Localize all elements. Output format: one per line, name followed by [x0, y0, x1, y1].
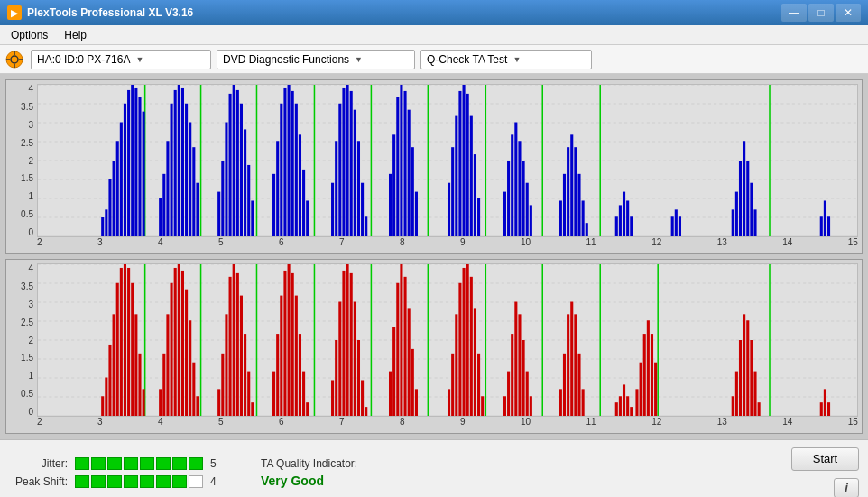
svg-rect-78	[404, 91, 407, 236]
svg-rect-212	[470, 277, 473, 416]
svg-rect-50	[251, 200, 254, 236]
svg-rect-149	[138, 354, 141, 416]
menu-options[interactable]: Options	[4, 27, 55, 43]
svg-rect-52	[272, 174, 275, 236]
svg-rect-23	[127, 90, 130, 236]
svg-rect-61	[306, 200, 309, 236]
svg-rect-249	[743, 314, 745, 416]
svg-rect-29	[159, 198, 162, 236]
svg-rect-183	[302, 372, 305, 416]
maximize-button[interactable]: □	[808, 4, 834, 22]
svg-rect-248	[739, 340, 742, 416]
svg-rect-250	[746, 320, 749, 416]
svg-rect-176	[276, 334, 279, 416]
svg-rect-232	[582, 389, 585, 416]
svg-rect-53	[276, 141, 279, 236]
svg-rect-154	[166, 314, 169, 416]
y-label-05: 0.5	[21, 209, 33, 219]
svg-rect-204	[415, 389, 418, 416]
svg-rect-86	[458, 91, 461, 236]
svg-rect-93	[503, 192, 506, 236]
svg-rect-236	[626, 396, 629, 416]
svg-rect-16	[101, 217, 104, 236]
action-buttons: Start i	[791, 447, 859, 498]
y-label-4: 4	[28, 84, 33, 94]
info-button[interactable]: i	[834, 478, 859, 498]
ta-section: TA Quality Indicator: Very Good	[261, 457, 357, 488]
jitter-seg-7	[172, 457, 187, 470]
svg-rect-94	[507, 161, 510, 236]
svg-rect-198	[392, 327, 395, 416]
metrics-section: Jitter: 5 Peak Shift:	[9, 457, 225, 488]
svg-rect-95	[511, 134, 513, 236]
svg-rect-103	[563, 174, 566, 236]
svg-rect-21	[120, 123, 123, 236]
function-dropdown[interactable]: DVD Diagnostic Functions ▼	[217, 50, 415, 69]
menu-help[interactable]: Help	[57, 27, 94, 43]
bottom-chart-container: 0 0.5 1 1.5 2 2.5 3 3.5 4	[5, 259, 863, 434]
test-dropdown-arrow: ▼	[512, 55, 521, 64]
svg-rect-229	[570, 302, 573, 416]
drive-dropdown[interactable]: HA:0 ID:0 PX-716A ▼	[31, 50, 211, 69]
svg-rect-156	[174, 268, 177, 416]
svg-rect-201	[404, 277, 407, 416]
svg-rect-37	[189, 123, 191, 236]
svg-rect-235	[623, 384, 625, 416]
svg-rect-108	[582, 200, 585, 236]
svg-rect-145	[124, 264, 126, 416]
svg-rect-227	[563, 354, 566, 416]
svg-rect-228	[567, 314, 569, 416]
function-value: DVD Diagnostic Functions	[223, 53, 349, 66]
svg-rect-222	[522, 340, 525, 416]
test-dropdown[interactable]: Q-Check TA Test ▼	[420, 50, 592, 69]
svg-rect-173	[251, 402, 254, 416]
svg-rect-144	[120, 268, 123, 416]
svg-rect-243	[651, 334, 653, 416]
y-label-35: 3.5	[21, 102, 33, 112]
ps-seg-6	[156, 475, 171, 488]
peakshift-row: Peak Shift: 4	[9, 475, 225, 488]
svg-rect-48	[244, 129, 246, 236]
peakshift-progress	[75, 475, 203, 488]
close-button[interactable]: ✕	[836, 4, 861, 22]
svg-rect-59	[299, 134, 301, 236]
svg-rect-165	[221, 354, 224, 416]
jitter-seg-6	[156, 457, 171, 470]
svg-rect-64	[335, 141, 337, 236]
minimize-button[interactable]: —	[781, 4, 807, 22]
svg-rect-157	[178, 264, 180, 416]
svg-rect-123	[746, 161, 749, 236]
svg-rect-70	[357, 141, 360, 236]
svg-rect-241	[643, 334, 646, 416]
function-dropdown-arrow: ▼	[355, 55, 363, 64]
svg-rect-79	[408, 110, 411, 236]
svg-rect-45	[233, 85, 235, 236]
svg-rect-246	[732, 396, 734, 416]
svg-rect-143	[116, 283, 119, 416]
svg-rect-251	[750, 340, 753, 416]
svg-rect-77	[400, 85, 402, 236]
y2-label-05: 0.5	[21, 389, 33, 399]
main-content: 0 0.5 1 1.5 2 2.5 3 3.5 4	[0, 74, 868, 439]
svg-rect-167	[229, 277, 232, 416]
svg-rect-127	[824, 200, 826, 236]
y-label-1: 1	[28, 191, 33, 201]
svg-rect-209	[458, 283, 461, 416]
svg-rect-100	[530, 205, 532, 236]
svg-rect-38	[192, 147, 195, 236]
svg-rect-226	[559, 389, 562, 416]
start-button[interactable]: Start	[791, 447, 859, 471]
svg-rect-187	[335, 340, 337, 416]
svg-rect-89	[470, 116, 473, 236]
svg-rect-161	[192, 363, 195, 416]
jitter-label: Jitter:	[9, 457, 68, 470]
svg-rect-19	[113, 161, 115, 236]
svg-rect-244	[654, 363, 657, 416]
y-label-25: 2.5	[21, 138, 33, 148]
svg-rect-42	[221, 161, 224, 236]
y2-label-25: 2.5	[21, 318, 33, 327]
svg-rect-253	[758, 402, 761, 416]
svg-rect-76	[396, 97, 399, 236]
svg-rect-179	[288, 264, 291, 416]
ps-seg-4	[124, 475, 138, 488]
